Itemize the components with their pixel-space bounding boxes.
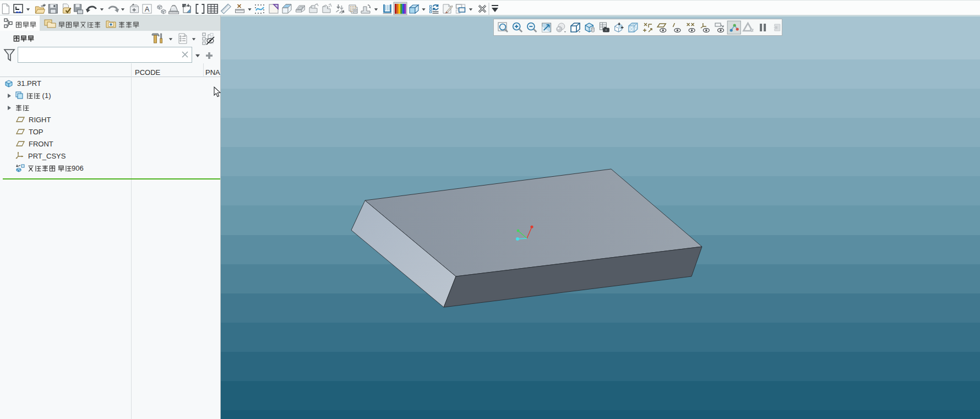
svg-text:A: A	[145, 5, 150, 13]
